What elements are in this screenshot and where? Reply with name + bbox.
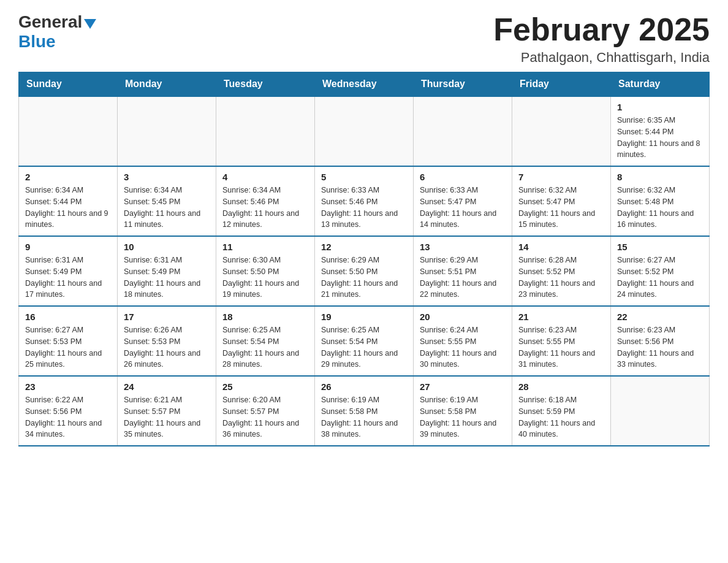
- calendar-cell: 1Sunrise: 6:35 AM Sunset: 5:44 PM Daylig…: [611, 96, 710, 166]
- day-header-sunday: Sunday: [19, 72, 118, 97]
- day-info: Sunrise: 6:32 AM Sunset: 5:47 PM Dayligh…: [518, 185, 604, 231]
- day-number: 4: [222, 172, 308, 182]
- day-info: Sunrise: 6:24 AM Sunset: 5:55 PM Dayligh…: [420, 324, 506, 370]
- day-info: Sunrise: 6:29 AM Sunset: 5:51 PM Dayligh…: [420, 255, 506, 301]
- calendar-cell: [19, 96, 118, 166]
- calendar-cell: 25Sunrise: 6:20 AM Sunset: 5:57 PM Dayli…: [216, 376, 315, 446]
- day-number: 18: [222, 312, 308, 322]
- logo-general-text: General: [18, 12, 82, 32]
- calendar-cell: 22Sunrise: 6:23 AM Sunset: 5:56 PM Dayli…: [611, 306, 710, 376]
- page-header: General Blue February 2025 Pathalgaon, C…: [18, 12, 710, 66]
- day-number: 6: [420, 172, 506, 182]
- day-info: Sunrise: 6:25 AM Sunset: 5:54 PM Dayligh…: [222, 324, 308, 370]
- day-info: Sunrise: 6:29 AM Sunset: 5:50 PM Dayligh…: [321, 255, 407, 301]
- day-info: Sunrise: 6:28 AM Sunset: 5:52 PM Dayligh…: [518, 255, 604, 301]
- day-number: 15: [617, 242, 703, 252]
- day-header-wednesday: Wednesday: [315, 72, 414, 97]
- calendar-cell: 3Sunrise: 6:34 AM Sunset: 5:45 PM Daylig…: [118, 166, 216, 236]
- logo: General Blue: [18, 12, 96, 52]
- day-info: Sunrise: 6:26 AM Sunset: 5:53 PM Dayligh…: [124, 324, 210, 370]
- calendar-cell: 20Sunrise: 6:24 AM Sunset: 5:55 PM Dayli…: [414, 306, 512, 376]
- calendar-cell: [512, 96, 611, 166]
- calendar-cell: [216, 96, 315, 166]
- calendar-cell: 27Sunrise: 6:19 AM Sunset: 5:58 PM Dayli…: [414, 376, 512, 446]
- day-number: 8: [617, 172, 703, 182]
- calendar-cell: 13Sunrise: 6:29 AM Sunset: 5:51 PM Dayli…: [414, 236, 512, 306]
- calendar-week-row: 1Sunrise: 6:35 AM Sunset: 5:44 PM Daylig…: [19, 96, 710, 166]
- day-number: 9: [25, 242, 111, 252]
- day-info: Sunrise: 6:19 AM Sunset: 5:58 PM Dayligh…: [420, 394, 506, 440]
- day-number: 14: [518, 242, 604, 252]
- day-number: 17: [124, 312, 210, 322]
- calendar-cell: 17Sunrise: 6:26 AM Sunset: 5:53 PM Dayli…: [118, 306, 216, 376]
- day-header-thursday: Thursday: [414, 72, 512, 97]
- calendar-cell: 24Sunrise: 6:21 AM Sunset: 5:57 PM Dayli…: [118, 376, 216, 446]
- day-number: 5: [321, 172, 407, 182]
- day-header-friday: Friday: [512, 72, 611, 97]
- day-number: 22: [617, 312, 703, 322]
- day-info: Sunrise: 6:31 AM Sunset: 5:49 PM Dayligh…: [25, 255, 111, 301]
- day-info: Sunrise: 6:30 AM Sunset: 5:50 PM Dayligh…: [222, 255, 308, 301]
- calendar-cell: 16Sunrise: 6:27 AM Sunset: 5:53 PM Dayli…: [19, 306, 118, 376]
- day-info: Sunrise: 6:33 AM Sunset: 5:47 PM Dayligh…: [420, 185, 506, 231]
- calendar-cell: 5Sunrise: 6:33 AM Sunset: 5:46 PM Daylig…: [315, 166, 414, 236]
- day-info: Sunrise: 6:34 AM Sunset: 5:45 PM Dayligh…: [124, 185, 210, 231]
- calendar-cell: [611, 376, 710, 446]
- day-info: Sunrise: 6:33 AM Sunset: 5:46 PM Dayligh…: [321, 185, 407, 231]
- day-number: 23: [25, 381, 111, 392]
- day-info: Sunrise: 6:23 AM Sunset: 5:55 PM Dayligh…: [518, 324, 604, 370]
- day-header-tuesday: Tuesday: [216, 72, 315, 97]
- day-info: Sunrise: 6:27 AM Sunset: 5:53 PM Dayligh…: [25, 324, 111, 370]
- day-number: 10: [124, 242, 210, 252]
- calendar-cell: 4Sunrise: 6:34 AM Sunset: 5:46 PM Daylig…: [216, 166, 315, 236]
- day-number: 28: [518, 381, 604, 392]
- day-info: Sunrise: 6:27 AM Sunset: 5:52 PM Dayligh…: [617, 255, 703, 301]
- calendar-cell: [414, 96, 512, 166]
- day-number: 25: [222, 381, 308, 392]
- calendar-cell: 28Sunrise: 6:18 AM Sunset: 5:59 PM Dayli…: [512, 376, 611, 446]
- calendar-cell: 18Sunrise: 6:25 AM Sunset: 5:54 PM Dayli…: [216, 306, 315, 376]
- day-info: Sunrise: 6:25 AM Sunset: 5:54 PM Dayligh…: [321, 324, 407, 370]
- calendar-cell: 19Sunrise: 6:25 AM Sunset: 5:54 PM Dayli…: [315, 306, 414, 376]
- day-number: 12: [321, 242, 407, 252]
- calendar-week-row: 16Sunrise: 6:27 AM Sunset: 5:53 PM Dayli…: [19, 306, 710, 376]
- day-number: 19: [321, 312, 407, 322]
- calendar-cell: 23Sunrise: 6:22 AM Sunset: 5:56 PM Dayli…: [19, 376, 118, 446]
- day-info: Sunrise: 6:34 AM Sunset: 5:44 PM Dayligh…: [25, 185, 111, 231]
- day-info: Sunrise: 6:34 AM Sunset: 5:46 PM Dayligh…: [222, 185, 308, 231]
- calendar-cell: 14Sunrise: 6:28 AM Sunset: 5:52 PM Dayli…: [512, 236, 611, 306]
- calendar-cell: 15Sunrise: 6:27 AM Sunset: 5:52 PM Dayli…: [611, 236, 710, 306]
- day-number: 11: [222, 242, 308, 252]
- day-info: Sunrise: 6:19 AM Sunset: 5:58 PM Dayligh…: [321, 394, 407, 440]
- day-number: 26: [321, 381, 407, 392]
- day-number: 13: [420, 242, 506, 252]
- calendar-cell: 26Sunrise: 6:19 AM Sunset: 5:58 PM Dayli…: [315, 376, 414, 446]
- day-info: Sunrise: 6:32 AM Sunset: 5:48 PM Dayligh…: [617, 185, 703, 231]
- calendar-cell: [315, 96, 414, 166]
- day-info: Sunrise: 6:18 AM Sunset: 5:59 PM Dayligh…: [518, 394, 604, 440]
- calendar-cell: 7Sunrise: 6:32 AM Sunset: 5:47 PM Daylig…: [512, 166, 611, 236]
- day-number: 24: [124, 381, 210, 392]
- calendar-cell: 11Sunrise: 6:30 AM Sunset: 5:50 PM Dayli…: [216, 236, 315, 306]
- day-number: 1: [617, 102, 703, 112]
- calendar-week-row: 2Sunrise: 6:34 AM Sunset: 5:44 PM Daylig…: [19, 166, 710, 236]
- day-number: 16: [25, 312, 111, 322]
- calendar-week-row: 23Sunrise: 6:22 AM Sunset: 5:56 PM Dayli…: [19, 376, 710, 446]
- day-header-monday: Monday: [118, 72, 216, 97]
- calendar-week-row: 9Sunrise: 6:31 AM Sunset: 5:49 PM Daylig…: [19, 236, 710, 306]
- calendar-cell: 6Sunrise: 6:33 AM Sunset: 5:47 PM Daylig…: [414, 166, 512, 236]
- calendar-table: SundayMondayTuesdayWednesdayThursdayFrid…: [18, 72, 710, 446]
- day-number: 7: [518, 172, 604, 182]
- title-section: February 2025 Pathalgaon, Chhattisgarh, …: [493, 12, 710, 66]
- day-number: 20: [420, 312, 506, 322]
- day-info: Sunrise: 6:22 AM Sunset: 5:56 PM Dayligh…: [25, 394, 111, 440]
- day-info: Sunrise: 6:23 AM Sunset: 5:56 PM Dayligh…: [617, 324, 703, 370]
- calendar-cell: 9Sunrise: 6:31 AM Sunset: 5:49 PM Daylig…: [19, 236, 118, 306]
- location-subtitle: Pathalgaon, Chhattisgarh, India: [493, 50, 710, 66]
- day-number: 3: [124, 172, 210, 182]
- calendar-cell: 21Sunrise: 6:23 AM Sunset: 5:55 PM Dayli…: [512, 306, 611, 376]
- day-info: Sunrise: 6:31 AM Sunset: 5:49 PM Dayligh…: [124, 255, 210, 301]
- calendar-header-row: SundayMondayTuesdayWednesdayThursdayFrid…: [19, 72, 710, 97]
- day-info: Sunrise: 6:21 AM Sunset: 5:57 PM Dayligh…: [124, 394, 210, 440]
- day-info: Sunrise: 6:20 AM Sunset: 5:57 PM Dayligh…: [222, 394, 308, 440]
